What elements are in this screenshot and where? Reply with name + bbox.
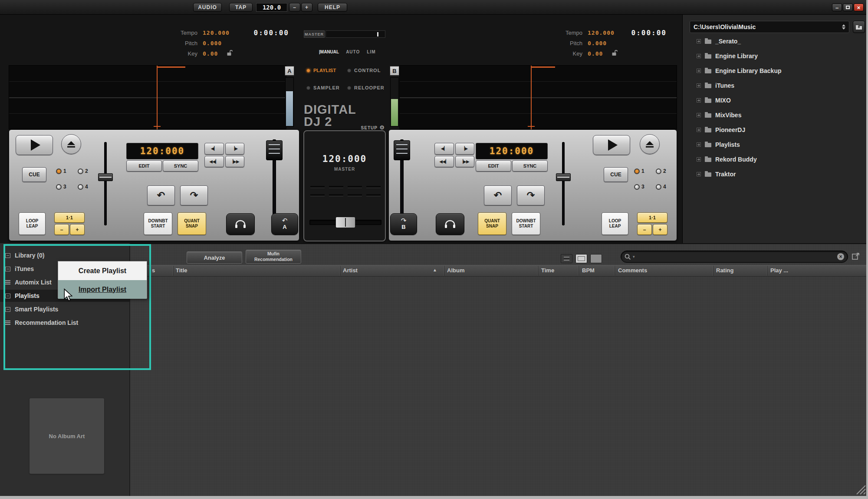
deck-b-volume-fader[interactable] (394, 140, 410, 160)
sampler-slot[interactable] (329, 194, 343, 196)
deck-a-load-button[interactable]: ↶ A (271, 213, 298, 235)
sort-ascending-icon[interactable]: ▲ (433, 268, 437, 272)
deck-b-headphone-button[interactable] (436, 213, 464, 235)
deck-b-keylock-icon[interactable] (612, 50, 618, 56)
deck-b-pitch-fader[interactable] (556, 173, 571, 181)
expander-icon[interactable] (697, 69, 701, 73)
column-bpm[interactable]: BPM (582, 267, 595, 274)
deck-a-headphone-button[interactable] (226, 213, 255, 235)
help-button[interactable]: HELP (318, 3, 347, 12)
search-clear-button[interactable]: × (837, 253, 844, 260)
deck-b-waveform[interactable] (399, 65, 677, 129)
deck-a-hotcue-4[interactable]: 4 (78, 184, 99, 190)
deck-a-hotcue-1[interactable]: 1 (56, 168, 78, 174)
deck-a-waveform[interactable] (9, 65, 286, 129)
tree-item[interactable]: Engine Library Backup (697, 66, 861, 76)
folder-up-button[interactable] (853, 21, 865, 33)
deck-b-bend-left-button[interactable]: ↶ (484, 185, 512, 205)
bpm-minus-button[interactable]: – (289, 3, 300, 12)
deck-a-bend-left-button[interactable]: ↶ (147, 185, 175, 205)
deck-b-downbeat-start-button[interactable]: DOWNBTSTART (512, 212, 540, 235)
deck-a-nudge-fwd2-button[interactable]: ▕▶▶ (225, 156, 245, 168)
expander-icon[interactable] (697, 113, 701, 117)
sampler-tab-label[interactable]: SAMPLER (313, 85, 340, 90)
deck-b-cue-button[interactable]: CUE (604, 167, 628, 182)
audio-button[interactable]: AUDIO (193, 3, 222, 12)
expander-icon[interactable] (697, 98, 701, 102)
search-caret-icon[interactable]: ▾ (633, 254, 635, 259)
window-frame-right[interactable] (866, 0, 868, 499)
deck-a-eject-button[interactable] (61, 134, 81, 154)
search-field[interactable]: ▾ × (621, 251, 848, 263)
sampler-radio[interactable] (306, 86, 310, 90)
manual-mode-button[interactable]: |MANUAL (319, 50, 339, 54)
sampler-slot[interactable] (348, 194, 362, 196)
deck-a-nudge-back-button[interactable]: ◀▏ (204, 143, 224, 155)
deck-a-cue-button[interactable]: CUE (22, 167, 46, 182)
close-button[interactable]: × (854, 3, 864, 11)
window-frame-bottom[interactable] (0, 496, 868, 499)
expander-icon[interactable] (697, 54, 701, 58)
expander-icon[interactable] (697, 39, 701, 43)
deck-a-downbeat-start-button[interactable]: DOWNBTSTART (144, 212, 172, 235)
sampler-slot[interactable] (366, 194, 381, 196)
path-spinner-icon[interactable] (842, 24, 845, 30)
deck-b-edit-button[interactable]: EDIT (476, 160, 511, 172)
tree-item[interactable]: PioneerDJ (697, 125, 861, 135)
deck-b-nudge-back2-button[interactable]: ◀◀▏ (434, 156, 454, 168)
tree-item[interactable]: Traktor (697, 169, 861, 179)
browser-path-dropdown[interactable]: C:\Users\Olivia\Music (690, 21, 849, 33)
control-radio[interactable] (347, 69, 351, 73)
relooper-tab-label[interactable]: RELOOPER (354, 85, 385, 90)
deck-a-nudge-back2-button[interactable]: ◀◀▏ (204, 156, 224, 168)
view-mode-large-button[interactable] (590, 254, 602, 263)
deck-a-sync-button[interactable]: SYNC (163, 160, 198, 172)
column-album[interactable]: Album (447, 267, 464, 274)
deck-b-load-button[interactable]: ↷ B (390, 213, 417, 235)
deck-b-loop-plus-button[interactable]: + (653, 224, 667, 235)
tree-item[interactable]: Rekord Buddy (697, 154, 861, 165)
deck-b-hotcue-4[interactable]: 4 (656, 184, 677, 190)
deck-b-play-button[interactable] (593, 135, 630, 155)
deck-b-bend-right-button[interactable]: ↷ (517, 185, 545, 205)
mufin-recommendation-button[interactable]: Mufin Recommendation (246, 250, 301, 264)
tree-item[interactable]: MixVibes (697, 110, 861, 120)
maximize-button[interactable] (843, 3, 853, 11)
deck-b-hotcue-2[interactable]: 2 (656, 168, 677, 174)
minimize-button[interactable]: – (832, 3, 842, 11)
column-time[interactable]: Time (541, 267, 554, 274)
tree-item[interactable]: Engine Library (697, 51, 861, 61)
context-menu-create-playlist[interactable]: Create Playlist (58, 261, 147, 280)
deck-b-quant-snap-button[interactable]: QUANTSNAP (478, 212, 506, 235)
deck-a-volume-fader[interactable] (266, 140, 283, 160)
tree-item[interactable]: iTunes (697, 80, 861, 91)
deck-b-loop-leap-button[interactable]: LOOPLEAP (602, 212, 628, 235)
deck-a-keylock-icon[interactable] (227, 50, 233, 56)
analyze-button[interactable]: Analyze (187, 251, 242, 264)
deck-b-hotcue-1[interactable]: 1 (634, 168, 656, 174)
relooper-radio[interactable] (347, 86, 351, 90)
expander-icon[interactable] (697, 142, 701, 147)
deck-a-play-button[interactable] (16, 135, 53, 155)
expander-icon[interactable] (697, 172, 701, 176)
deck-a-edit-button[interactable]: EDIT (126, 160, 162, 172)
deck-a-hotcue-3[interactable]: 3 (56, 184, 78, 190)
view-mode-grid-button[interactable] (575, 254, 587, 263)
column-rating[interactable]: Rating (716, 267, 733, 274)
playlist-radio[interactable] (306, 69, 310, 73)
crossfader-handle[interactable] (335, 217, 355, 228)
deck-b-nudge-back-button[interactable]: ◀▏ (434, 143, 454, 155)
deck-a-loop-minus-button[interactable]: – (54, 224, 69, 235)
deck-a-loop-leap-button[interactable]: LOOPLEAP (19, 212, 46, 235)
tree-item[interactable]: Playlists (697, 139, 861, 150)
tap-button[interactable]: TAP (229, 3, 253, 12)
column-play[interactable]: Play ... (770, 267, 788, 274)
deck-b-sync-button[interactable]: SYNC (512, 160, 548, 172)
deck-b-nudge-fwd2-button[interactable]: ▕▶▶ (455, 156, 475, 168)
sampler-slot[interactable] (366, 186, 381, 188)
deck-a-pitch-fader[interactable] (98, 173, 113, 181)
column-status[interactable]: s (152, 267, 155, 274)
expander-icon[interactable] (697, 157, 701, 162)
limiter-button[interactable]: LIM (367, 50, 375, 54)
deck-b-loop-minus-button[interactable]: – (637, 224, 652, 235)
